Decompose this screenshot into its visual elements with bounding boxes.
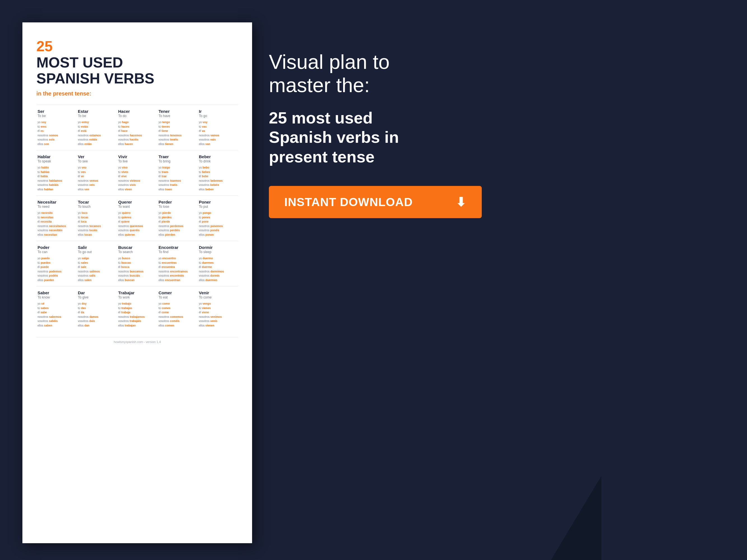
- verb-conjugation: vemos: [89, 179, 98, 182]
- conjugation-item: vosotros coméis: [158, 319, 195, 323]
- verb-conjugation: va: [202, 129, 205, 132]
- conjugation-item: nosotros traemos: [158, 179, 195, 183]
- pronoun: nosotros: [78, 315, 89, 318]
- verb-conjugation: buscamos: [130, 270, 144, 273]
- conjugation-item: yo hablo: [37, 165, 74, 170]
- pronoun: nosotros: [199, 134, 210, 137]
- conjugation-item: vosotros veis: [78, 183, 114, 187]
- verb-conjugation: hacéis: [130, 138, 138, 141]
- pronoun: yo: [118, 211, 122, 214]
- pronoun: tú: [118, 125, 121, 128]
- verb-conjugation: vamos: [210, 134, 219, 137]
- verb-conjugation: encuentran: [165, 278, 180, 282]
- pronoun: ellos: [37, 233, 44, 236]
- conjugation-item: ellos hablan: [37, 187, 74, 192]
- pronoun: vosotros: [118, 138, 130, 141]
- conjugation-list: yo voytú vasél vanosotros vamosvosotros …: [199, 120, 235, 146]
- conjugation-item: ellos ponen: [199, 233, 235, 237]
- verb-translation: To speak: [37, 159, 74, 163]
- verb-conjugation: tienen: [165, 142, 173, 145]
- tagline: Visual plan tomaster the:: [269, 50, 725, 97]
- verb-conjugation: toco: [81, 211, 87, 214]
- pronoun: nosotros: [37, 270, 49, 273]
- pronoun: nosotros: [118, 179, 130, 182]
- conjugation-item: ellos pueden: [37, 278, 74, 283]
- pronoun: tú: [199, 306, 202, 310]
- conjugation-item: tú puedes: [37, 261, 74, 265]
- verb-conjugation: da: [81, 311, 84, 314]
- conjugation-item: yo necesito: [37, 211, 74, 215]
- pronoun: ellos: [158, 188, 165, 191]
- verb-conjugation: ve: [81, 175, 84, 178]
- verb-conjugation: toca: [81, 220, 87, 223]
- conjugation-item: vosotros encontráis: [158, 273, 195, 278]
- verb-section: QuererTo wantyo quierotú quieresél quier…: [117, 195, 157, 241]
- conjugation-item: yo soy: [37, 120, 74, 125]
- pronoun: tú: [118, 170, 121, 174]
- verb-conjugation: dais: [89, 319, 95, 323]
- pronoun: tú: [37, 306, 41, 310]
- conjugation-list: yo tocotú tocasél tocanosotros tocamosvo…: [78, 211, 114, 237]
- verb-conjugation: quiero: [122, 211, 130, 214]
- pronoun: ellos: [199, 188, 205, 191]
- pronoun: yo: [78, 257, 81, 260]
- verb-name: Hablar: [37, 154, 74, 159]
- pronoun: nosotros: [118, 224, 130, 228]
- conjugation-item: tú hablas: [37, 170, 74, 175]
- verb-conjugation: beben: [205, 188, 213, 191]
- pronoun: vosotros: [118, 274, 130, 277]
- download-button[interactable]: INSTANT DOWNLOAD ⬇: [269, 186, 482, 218]
- conjugation-item: él da: [78, 310, 114, 315]
- pronoun: yo: [199, 302, 203, 305]
- conjugation-list: yo traigotú traesél traenosotros traemos…: [158, 165, 195, 191]
- verb-conjugation: vengo: [203, 302, 211, 305]
- conjugation-item: nosotros ponemos: [199, 224, 235, 229]
- verb-section: PerderTo loseyo pierdotú pierdesél pierd…: [157, 195, 198, 241]
- verb-name: Trabajar: [118, 290, 155, 295]
- verb-conjugation: tocáis: [89, 229, 98, 232]
- conjugation-item: nosotros bebemos: [199, 179, 235, 183]
- conjugation-list: yo estoytú estásél estánosotros estamosv…: [78, 120, 114, 146]
- conjugation-item: yo vengo: [199, 301, 235, 306]
- verb-conjugation: pones: [202, 216, 210, 219]
- verb-name: Poner: [199, 199, 235, 205]
- verb-conjugation: vives: [121, 170, 128, 174]
- verb-conjugation: tocan: [84, 233, 92, 236]
- conjugation-item: nosotros venimos: [199, 315, 235, 319]
- verb-conjugation: bebo: [203, 166, 209, 169]
- verb-conjugation: podemos: [49, 270, 61, 273]
- conjugation-item: yo toco: [78, 211, 114, 215]
- conjugation-list: yo pongotú ponesél ponenosotros ponemosv…: [199, 211, 235, 237]
- conjugation-item: él ve: [78, 174, 114, 179]
- conjugation-list: yo encuentrotú encuentrasél encuentranos…: [158, 256, 195, 282]
- conjugation-item: vosotros venís: [199, 319, 235, 323]
- conjugation-item: él sabe: [37, 310, 74, 315]
- pronoun: él: [199, 175, 202, 178]
- pronoun: ellos: [78, 188, 84, 191]
- conjugation-item: vosotros dormís: [199, 273, 235, 278]
- conjugation-item: nosotros hablamos: [37, 179, 74, 183]
- verb-conjugation: comen: [165, 324, 174, 327]
- verb-conjugation: sé: [41, 302, 44, 305]
- description: 25 most usedSpanish verbs inpresent tens…: [269, 108, 725, 167]
- pronoun: ellos: [37, 142, 44, 145]
- conjugation-item: vosotros habláis: [37, 183, 74, 187]
- conjugation-list: yo vengotú vienesél vienenosotros venimo…: [199, 301, 235, 328]
- verb-conjugation: comemos: [170, 315, 183, 318]
- pronoun: él: [37, 220, 41, 223]
- verb-conjugation: vivimos: [130, 179, 140, 182]
- pronoun: él: [158, 129, 162, 132]
- right-content: Visual plan tomaster the: 25 most usedSp…: [269, 22, 725, 218]
- verb-translation: To bring: [158, 159, 195, 163]
- verb-conjugation: encontráis: [170, 274, 184, 277]
- verb-conjugation: son: [44, 142, 49, 145]
- pronoun: ellos: [118, 188, 125, 191]
- verb-conjugation: hacen: [125, 142, 133, 145]
- conjugation-item: ellos salen: [78, 278, 114, 283]
- verb-name: Dar: [78, 290, 114, 295]
- verb-conjugation: salimos: [89, 270, 100, 273]
- conjugation-item: yo busco: [118, 256, 155, 261]
- conjugation-item: nosotros dormimos: [199, 269, 235, 274]
- verb-conjugation: ves: [81, 170, 86, 174]
- pronoun: yo: [158, 257, 162, 260]
